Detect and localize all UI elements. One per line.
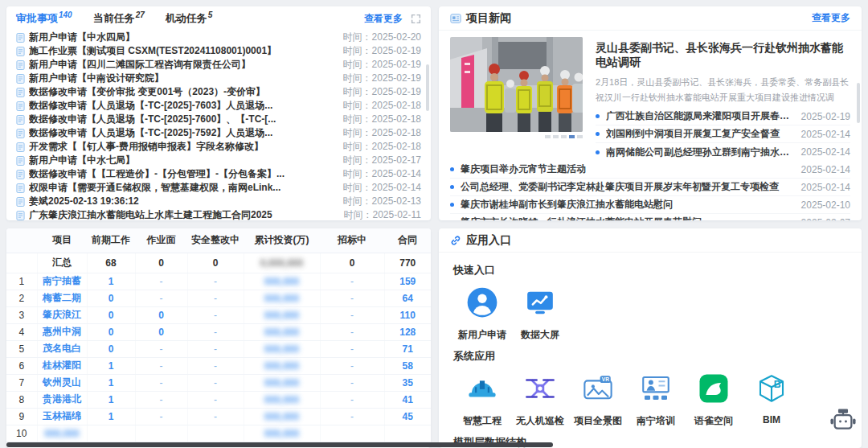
- approval-list-item[interactable]: 新用户申请【中水七局】时间：2025-02-17: [16, 154, 421, 167]
- news-view-more-link[interactable]: 查看更多: [812, 11, 850, 25]
- projects-table-row[interactable]: 10888,888888,888: [6, 425, 431, 442]
- approval-list-item[interactable]: 数据修改申请【人员退场【-TC-[2025]-7592】人员退场...时间：20…: [16, 126, 421, 140]
- tab-mobile-tasks[interactable]: 机动任务5: [166, 10, 213, 26]
- carousel-dot[interactable]: [545, 135, 551, 138]
- project-name-link[interactable]: 茂名电白: [43, 343, 81, 354]
- tab-label: 当前任务: [93, 13, 135, 25]
- carousel-dot[interactable]: [553, 135, 559, 138]
- carousel-dot[interactable]: [569, 135, 575, 138]
- app-entry-bim[interactable]: BBIM: [743, 372, 800, 428]
- approval-list-item[interactable]: 施工作业票【测试项目 CSXM(TEST20241108001)0001】时间：…: [16, 44, 421, 58]
- app-entry-yuque[interactable]: 语雀空间: [685, 372, 743, 428]
- approvals-view-more-link[interactable]: 查看更多: [364, 12, 403, 26]
- app-label: 南宁培训: [637, 414, 675, 428]
- approval-list-item[interactable]: 数据修改申请【人员退场【-TC-[2025]-7600】、【-TC-[...时间…: [16, 113, 421, 126]
- project-name-link[interactable]: 梅蓄二期: [43, 292, 81, 303]
- approval-item-time: 时间：2025-02-19: [343, 85, 421, 99]
- tab-approvals[interactable]: 审批事项140: [16, 10, 72, 26]
- news-list-item[interactable]: 南网储能公司副总经理孙立群到南宁抽水蓄能电...2025-02-14: [596, 143, 850, 161]
- news-panel: 项目新闻 查看更多: [439, 6, 862, 220]
- news-item-date: 2025-02-10: [801, 199, 850, 211]
- carousel-dot[interactable]: [561, 135, 567, 138]
- app-label: 项目全景图: [574, 414, 622, 428]
- approvals-scrollbar[interactable]: [426, 64, 429, 111]
- projects-summary-row[interactable]: 汇总68008,888,8880770: [6, 253, 431, 273]
- app-label: 语雀空间: [694, 414, 733, 428]
- approval-item-text: 数据修改申请【【工程造价】-【分包管理】-【分包备案】...: [29, 167, 343, 181]
- project-name-link[interactable]: 玉林福绵: [43, 410, 81, 421]
- expand-icon[interactable]: [411, 14, 421, 24]
- document-icon: [16, 211, 25, 220]
- project-name-link[interactable]: 钦州灵山: [43, 376, 81, 388]
- projects-table-row[interactable]: 7钦州灵山1--888,888-35: [6, 374, 431, 391]
- approval-item-time: 时间：2025-02-19: [343, 58, 421, 72]
- app-entry-panorama[interactable]: VR项目全景图: [569, 372, 627, 428]
- approval-list-item[interactable]: 数据修改申请【变价审批 变更001号（2023）-变价审】时间：2025-02-…: [16, 85, 421, 99]
- featured-news-title[interactable]: 灵山县委副书记、县长张海兵一行赴钦州抽水蓄能电站调研: [596, 40, 850, 69]
- training-icon: [639, 372, 673, 409]
- approval-list-item[interactable]: 数据修改申请【【工程造价】-【分包管理】-【分包备案】...时间：2025-02…: [16, 167, 421, 181]
- tab-count-badge: 5: [208, 10, 213, 19]
- projects-table-row[interactable]: 3肇庆浪江00-888,888-110: [6, 306, 431, 323]
- approval-list-item[interactable]: 广东肇庆浪江抽水蓄能电站上水库土建工程施工合同2025时间：2025-02-11: [16, 208, 421, 220]
- news-list-item[interactable]: 肇庆项目举办元宵节主题活动2025-02-14: [450, 161, 850, 179]
- approval-list-item[interactable]: 数据修改申请【人员退场【-TC-[2025]-7603】人员退场...时间：20…: [16, 99, 421, 113]
- app-entry-helmet[interactable]: 智慧工程: [453, 372, 511, 428]
- carousel-dot[interactable]: [577, 135, 583, 138]
- projects-column-header: 作业面: [135, 228, 187, 253]
- approval-item-time: 时间：2025-02-20: [343, 31, 421, 44]
- approval-list-item[interactable]: 权限申请【需要开通E储权限，智慧基建权限，南网eLink...时间：2025-0…: [16, 181, 421, 195]
- news-list-item[interactable]: 广西壮族自治区能源局来灌阳项目开展春节后复...2025-02-19: [596, 108, 850, 125]
- approval-list-item[interactable]: 新用户申请【四川二滩国际工程咨询有限责任公司】时间：2025-02-19: [16, 58, 421, 72]
- news-list-item[interactable]: 肇庆市市长许晓雄一行赴浪江抽水蓄能电站开展春节慰问2025-02-07: [450, 214, 850, 220]
- approval-list-item[interactable]: 新用户申请【中水四局】时间：2025-02-20: [16, 31, 421, 44]
- project-name-link[interactable]: 惠州中洞: [43, 326, 81, 337]
- approval-list-item[interactable]: 开发需求【【钉人事-费用报销申报表】字段名称修改】时间：2025-02-18: [16, 140, 421, 154]
- projects-table-row[interactable]: 6桂林灌阳1--888,888-58: [6, 357, 431, 374]
- apps-section-row: 智慧工程无人机巡检VR项目全景图南宁培训语雀空间BBIM: [453, 372, 847, 428]
- projects-table-row[interactable]: 5茂名电白0--888,888-71: [6, 340, 431, 357]
- news-list-item[interactable]: 刘国刚到中洞项目开展复工复产安全督查2025-02-14: [596, 125, 850, 143]
- projects-header-row: 项目前期工作作业面安全整改中累计投资(万)招标中合同: [6, 228, 431, 253]
- app-entry-user[interactable]: 新用户申请: [453, 286, 511, 342]
- news-scrollbar[interactable]: [857, 83, 860, 123]
- user-icon: [465, 286, 499, 323]
- news-list-item[interactable]: 肇庆市谢桂坤副市长到肇庆浪江抽水蓄能电站慰问2025-02-10: [450, 196, 850, 214]
- projects-table-row[interactable]: 4惠州中洞00-888,888-128: [6, 323, 431, 340]
- bullet-icon: [450, 185, 454, 189]
- news-list-item[interactable]: 公司总经理、党委副书记李定林赴肇庆项目开展岁末年初暨开复工专项检查2025-02…: [450, 179, 850, 196]
- document-icon: [16, 197, 25, 207]
- app-entry-drone[interactable]: 无人机巡检: [511, 372, 569, 428]
- approval-list-item[interactable]: 姜斌2025-02-13 19:36:12时间：2025-02-13: [16, 195, 421, 208]
- document-icon: [16, 74, 25, 84]
- helmet-icon: [465, 372, 499, 409]
- projects-table-row[interactable]: 8贵港港北1--888,888-41: [6, 391, 431, 408]
- document-icon: [16, 129, 25, 138]
- redacted-investment: 888,888: [264, 428, 299, 439]
- projects-table-row[interactable]: 9玉林福绵1--888,888-45: [6, 408, 431, 425]
- redacted-investment: 888,888: [264, 327, 299, 338]
- approval-list-item[interactable]: 新用户申请【中南设计研究院】时间：2025-02-19: [16, 72, 421, 85]
- redacted-investment: 888,888: [264, 377, 299, 388]
- horizontal-scrollbar[interactable]: [6, 442, 553, 447]
- app-entry-monitor[interactable]: 数据大屏: [511, 286, 569, 342]
- project-name-link[interactable]: 桂林灌阳: [43, 360, 81, 371]
- projects-column-header: 前期工作: [87, 228, 135, 253]
- news-photo[interactable]: [450, 37, 583, 161]
- project-name-link[interactable]: 肇庆浪江: [43, 309, 81, 320]
- bullet-icon: [596, 114, 600, 118]
- app-entry-training[interactable]: 南宁培训: [627, 372, 685, 428]
- svg-text:B: B: [774, 379, 781, 390]
- document-icon: [16, 142, 25, 152]
- projects-table: 项目前期工作作业面安全整改中累计投资(万)招标中合同 汇总68008,888,8…: [6, 228, 431, 442]
- project-name-link[interactable]: 南宁抽蓄: [43, 275, 81, 286]
- featured-news-summary: 2月18日，灵山县委副书记、县长张海兵，县委常委、常务副县长祝汉川一行赴钦州抽水…: [596, 75, 850, 105]
- yuque-icon: [697, 372, 731, 409]
- tab-current-tasks[interactable]: 当前任务27: [93, 10, 145, 26]
- projects-table-row[interactable]: 1南宁抽蓄1--888,888-159: [6, 273, 431, 290]
- summary-name: 汇总: [37, 253, 87, 273]
- project-name-link[interactable]: 贵港港北: [43, 393, 81, 405]
- projects-table-row[interactable]: 2梅蓄二期0--888,888-64: [6, 290, 431, 306]
- robot-assistant-icon[interactable]: [828, 406, 858, 440]
- news-item-text: 广西壮族自治区能源局来灌阳项目开展春节后复...: [606, 109, 792, 123]
